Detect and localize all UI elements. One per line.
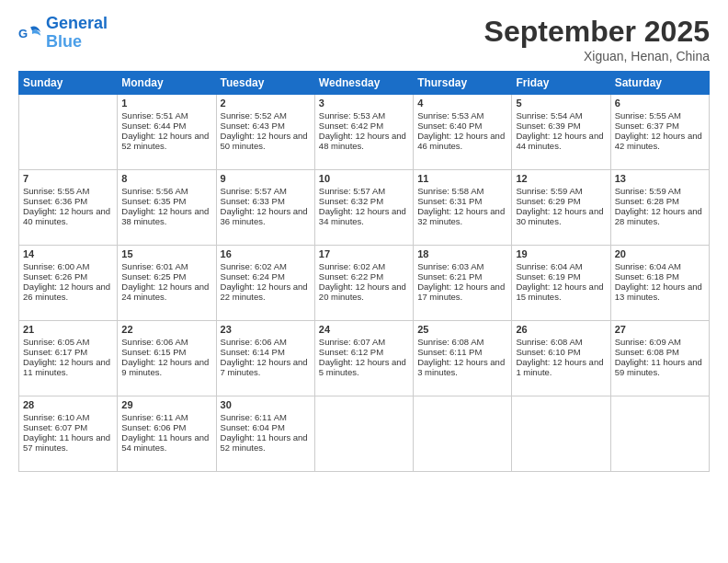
day-number: 15: [121, 248, 211, 259]
daylight-label: Daylight: 12 hours and 22 minutes.: [221, 282, 308, 302]
weekday-header: Friday: [512, 72, 610, 95]
daylight-label: Daylight: 12 hours and 38 minutes.: [121, 206, 209, 226]
sunset-label: Sunset: 6:32 PM: [319, 196, 383, 206]
calendar-day-cell: 9 Sunrise: 5:57 AM Sunset: 6:33 PM Dayli…: [216, 170, 314, 246]
sunset-label: Sunset: 6:11 PM: [417, 347, 482, 357]
header: G GeneralBlue September 2025 Xiguan, Hen…: [18, 15, 710, 63]
daylight-label: Daylight: 11 hours and 54 minutes.: [121, 432, 209, 453]
calendar-day-cell: 7 Sunrise: 5:55 AM Sunset: 6:36 PM Dayli…: [19, 170, 118, 246]
day-number: 26: [516, 324, 606, 335]
calendar-day-cell: 30 Sunrise: 6:11 AM Sunset: 6:04 PM Dayl…: [216, 396, 314, 472]
calendar-day-cell: 25 Sunrise: 6:08 AM Sunset: 6:11 PM Dayl…: [414, 321, 512, 396]
sunrise-label: Sunrise: 6:11 AM: [221, 412, 287, 422]
calendar-week-row: 1 Sunrise: 5:51 AM Sunset: 6:44 PM Dayli…: [19, 95, 710, 170]
calendar-day-cell: 27 Sunrise: 6:09 AM Sunset: 6:08 PM Dayl…: [610, 321, 709, 396]
sunrise-label: Sunrise: 5:59 AM: [516, 186, 582, 196]
calendar-day-cell: 5 Sunrise: 5:54 AM Sunset: 6:39 PM Dayli…: [512, 95, 610, 170]
sunrise-label: Sunrise: 6:05 AM: [23, 337, 89, 347]
day-number: 12: [516, 173, 606, 184]
calendar-day-cell: 1 Sunrise: 5:51 AM Sunset: 6:44 PM Dayli…: [118, 95, 216, 170]
sunrise-label: Sunrise: 6:04 AM: [615, 261, 681, 271]
sunset-label: Sunset: 6:29 PM: [516, 196, 580, 206]
daylight-label: Daylight: 12 hours and 32 minutes.: [417, 206, 505, 226]
calendar-day-cell: [314, 396, 413, 472]
sunset-label: Sunset: 6:24 PM: [221, 271, 285, 282]
day-number: 1: [121, 98, 211, 109]
sunrise-label: Sunrise: 6:08 AM: [417, 337, 483, 347]
daylight-label: Daylight: 12 hours and 42 minutes.: [615, 131, 702, 151]
sunset-label: Sunset: 6:10 PM: [516, 347, 580, 357]
calendar-day-cell: 22 Sunrise: 6:06 AM Sunset: 6:15 PM Dayl…: [118, 321, 216, 396]
calendar-day-cell: [512, 396, 610, 472]
sunrise-label: Sunrise: 6:01 AM: [121, 261, 188, 271]
calendar-week-row: 28 Sunrise: 6:10 AM Sunset: 6:07 PM Dayl…: [19, 396, 710, 472]
calendar-day-cell: 29 Sunrise: 6:11 AM Sunset: 6:06 PM Dayl…: [118, 396, 216, 472]
calendar-day-cell: [610, 396, 709, 472]
sunrise-label: Sunrise: 6:06 AM: [221, 337, 287, 347]
day-number: 20: [615, 248, 705, 259]
day-number: 14: [23, 248, 113, 259]
sunset-label: Sunset: 6:33 PM: [221, 196, 285, 206]
calendar-day-cell: 20 Sunrise: 6:04 AM Sunset: 6:18 PM Dayl…: [610, 246, 709, 321]
day-number: 3: [319, 98, 409, 109]
daylight-label: Daylight: 12 hours and 28 minutes.: [615, 206, 702, 226]
sunset-label: Sunset: 6:25 PM: [121, 271, 186, 282]
daylight-label: Daylight: 12 hours and 20 minutes.: [319, 282, 406, 302]
day-number: 4: [417, 98, 507, 109]
calendar-day-cell: 15 Sunrise: 6:01 AM Sunset: 6:25 PM Dayl…: [118, 246, 216, 321]
daylight-label: Daylight: 12 hours and 7 minutes.: [221, 357, 308, 377]
daylight-label: Daylight: 12 hours and 17 minutes.: [417, 282, 505, 302]
daylight-label: Daylight: 12 hours and 3 minutes.: [417, 357, 505, 377]
sunset-label: Sunset: 6:42 PM: [319, 121, 383, 131]
daylight-label: Daylight: 12 hours and 50 minutes.: [221, 131, 308, 151]
calendar-day-cell: 8 Sunrise: 5:56 AM Sunset: 6:35 PM Dayli…: [118, 170, 216, 246]
calendar-table: SundayMondayTuesdayWednesdayThursdayFrid…: [18, 71, 710, 472]
daylight-label: Daylight: 12 hours and 24 minutes.: [121, 282, 209, 302]
sunrise-label: Sunrise: 6:06 AM: [121, 337, 188, 347]
daylight-label: Daylight: 12 hours and 30 minutes.: [516, 206, 603, 226]
sunrise-label: Sunrise: 5:57 AM: [319, 186, 385, 196]
calendar-day-cell: 11 Sunrise: 5:58 AM Sunset: 6:31 PM Dayl…: [414, 170, 512, 246]
logo-text: GeneralBlue: [46, 15, 108, 52]
day-number: 8: [121, 173, 211, 184]
day-number: 27: [615, 324, 705, 335]
day-number: 24: [319, 324, 409, 335]
calendar-day-cell: 6 Sunrise: 5:55 AM Sunset: 6:37 PM Dayli…: [610, 95, 709, 170]
sunset-label: Sunset: 6:21 PM: [417, 271, 482, 282]
daylight-label: Daylight: 12 hours and 52 minutes.: [121, 131, 209, 151]
weekday-header: Monday: [118, 72, 216, 95]
sunset-label: Sunset: 6:19 PM: [516, 271, 580, 282]
calendar-day-cell: 2 Sunrise: 5:52 AM Sunset: 6:43 PM Dayli…: [216, 95, 314, 170]
daylight-label: Daylight: 11 hours and 57 minutes.: [23, 432, 110, 453]
sunrise-label: Sunrise: 5:58 AM: [417, 186, 483, 196]
day-number: 10: [319, 173, 409, 184]
daylight-label: Daylight: 12 hours and 44 minutes.: [516, 131, 603, 151]
weekday-header: Sunday: [19, 72, 118, 95]
day-number: 21: [23, 324, 113, 335]
sunset-label: Sunset: 6:08 PM: [615, 347, 679, 357]
sunset-label: Sunset: 6:28 PM: [615, 196, 679, 206]
sunset-label: Sunset: 6:31 PM: [417, 196, 482, 206]
sunset-label: Sunset: 6:07 PM: [23, 422, 87, 432]
sunset-label: Sunset: 6:40 PM: [417, 121, 482, 131]
daylight-label: Daylight: 12 hours and 1 minute.: [516, 357, 603, 377]
calendar-day-cell: 28 Sunrise: 6:10 AM Sunset: 6:07 PM Dayl…: [19, 396, 118, 472]
sunset-label: Sunset: 6:15 PM: [121, 347, 186, 357]
page: G GeneralBlue September 2025 Xiguan, Hen…: [0, 0, 728, 563]
sunset-label: Sunset: 6:36 PM: [23, 196, 87, 206]
sunrise-label: Sunrise: 5:53 AM: [417, 110, 483, 121]
calendar-day-cell: 19 Sunrise: 6:04 AM Sunset: 6:19 PM Dayl…: [512, 246, 610, 321]
sunrise-label: Sunrise: 6:11 AM: [121, 412, 188, 422]
calendar-day-cell: 17 Sunrise: 6:02 AM Sunset: 6:22 PM Dayl…: [314, 246, 413, 321]
day-number: 17: [319, 248, 409, 259]
daylight-label: Daylight: 12 hours and 48 minutes.: [319, 131, 406, 151]
day-number: 5: [516, 98, 606, 109]
sunrise-label: Sunrise: 5:54 AM: [516, 110, 582, 121]
weekday-header: Tuesday: [216, 72, 314, 95]
sunrise-label: Sunrise: 5:56 AM: [121, 186, 188, 196]
calendar-day-cell: 13 Sunrise: 5:59 AM Sunset: 6:28 PM Dayl…: [610, 170, 709, 246]
calendar-day-cell: 26 Sunrise: 6:08 AM Sunset: 6:10 PM Dayl…: [512, 321, 610, 396]
calendar-day-cell: 18 Sunrise: 6:03 AM Sunset: 6:21 PM Dayl…: [414, 246, 512, 321]
sunset-label: Sunset: 6:43 PM: [221, 121, 285, 131]
day-number: 6: [615, 98, 705, 109]
